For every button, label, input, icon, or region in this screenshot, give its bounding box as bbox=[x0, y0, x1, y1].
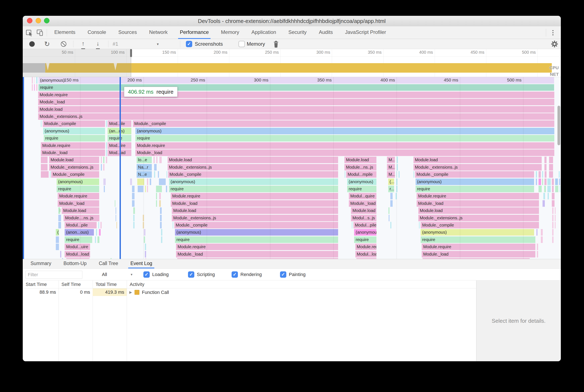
flame-bar[interactable] bbox=[549, 164, 553, 170]
flame-bar[interactable] bbox=[58, 222, 61, 228]
flame-bar-m[interactable]: M... bbox=[387, 171, 395, 178]
flame-bar[interactable] bbox=[547, 186, 551, 192]
flame-bar-require[interactable]: require bbox=[135, 135, 554, 142]
flame-bar-anonymous[interactable]: (anonymous) bbox=[169, 178, 338, 185]
flame-bar[interactable] bbox=[146, 258, 146, 259]
more-options-icon[interactable] bbox=[550, 29, 556, 36]
flame-bar-module-require[interactable]: Module.require bbox=[417, 193, 539, 199]
column-header-start-time[interactable]: Start Time bbox=[23, 280, 58, 288]
tab-network[interactable]: Network bbox=[147, 26, 169, 39]
flame-bar[interactable] bbox=[144, 236, 145, 243]
flame-bar[interactable] bbox=[352, 222, 352, 228]
flame-bar[interactable] bbox=[106, 120, 107, 127]
flame-bar[interactable] bbox=[130, 178, 132, 185]
flame-bar-module-require[interactable]: Module.require bbox=[41, 142, 105, 149]
flame-bar[interactable] bbox=[103, 157, 104, 163]
flame-bar[interactable] bbox=[106, 142, 107, 149]
flame-bar-module-load[interactable]: Module._load bbox=[58, 200, 99, 207]
flame-bar[interactable] bbox=[555, 207, 556, 214]
flame-bar[interactable] bbox=[116, 222, 117, 228]
flame-bar-module-require[interactable]: Module.require bbox=[355, 244, 376, 250]
painting-filter-checkbox[interactable]: ✓Painting bbox=[280, 269, 306, 280]
flame-bar-module-extensions-js[interactable]: Module._extensions..js bbox=[414, 164, 542, 170]
expand-arrow-icon[interactable]: ▶ bbox=[129, 289, 132, 296]
flame-bar[interactable] bbox=[552, 178, 554, 185]
flame-bar-module-require[interactable]: Module.require bbox=[176, 244, 338, 250]
flame-bar[interactable] bbox=[555, 178, 558, 185]
loading-filter-checkbox[interactable]: ✓Loading bbox=[143, 269, 169, 280]
column-header-activity[interactable]: Activity bbox=[127, 280, 476, 288]
flame-bar-module-compile[interactable]: Module._compile bbox=[415, 171, 534, 178]
flame-bar-[interactable]: (...) bbox=[388, 178, 394, 185]
flame-bar-l[interactable]: l... bbox=[58, 207, 60, 214]
panel-tab-summary[interactable]: Summary bbox=[28, 259, 53, 268]
flame-bar[interactable] bbox=[159, 200, 161, 207]
flame-bar-anonymous[interactable]: (anonymous) bbox=[416, 178, 534, 185]
flame-bar[interactable] bbox=[552, 200, 554, 207]
flame-bar[interactable] bbox=[390, 200, 393, 207]
flame-bar[interactable] bbox=[156, 186, 162, 192]
flame-bar[interactable] bbox=[552, 236, 554, 243]
flame-bar[interactable] bbox=[542, 200, 545, 207]
flame-bar-require[interactable]: require bbox=[65, 236, 92, 243]
flame-bar[interactable] bbox=[542, 171, 543, 178]
flame-bar[interactable] bbox=[552, 207, 554, 214]
flame-bar-module-extensions-js[interactable]: Module._extensions..js bbox=[418, 215, 539, 221]
flame-bar[interactable] bbox=[389, 215, 390, 221]
flame-bar[interactable] bbox=[536, 178, 537, 185]
flame-bar[interactable] bbox=[106, 157, 107, 163]
settings-gear-icon[interactable] bbox=[551, 39, 558, 49]
flame-bar[interactable] bbox=[154, 164, 157, 170]
flame-bar[interactable] bbox=[390, 193, 393, 199]
flame-bar[interactable] bbox=[147, 186, 148, 192]
flame-bar-module-load[interactable]: Module.load bbox=[177, 258, 338, 259]
flame-bar-module-load[interactable]: Module._load bbox=[422, 251, 535, 258]
flame-bar[interactable] bbox=[552, 193, 554, 199]
flame-bar[interactable] bbox=[559, 171, 560, 178]
device-toolbar-icon[interactable] bbox=[36, 29, 44, 36]
flame-bar[interactable] bbox=[101, 157, 102, 163]
flame-bar[interactable] bbox=[549, 171, 553, 178]
flame-bar[interactable] bbox=[137, 178, 144, 185]
flame-bar[interactable] bbox=[542, 178, 543, 185]
flame-bar[interactable] bbox=[103, 178, 106, 185]
flame-bar[interactable] bbox=[100, 222, 102, 228]
flame-bar-module-extensions-js[interactable]: Module._extensions..js bbox=[49, 164, 99, 170]
flame-bar[interactable] bbox=[160, 207, 162, 214]
flame-bar-module-load[interactable]: Module._load bbox=[135, 150, 554, 156]
flame-bar-module-load[interactable]: Module._load bbox=[176, 251, 338, 258]
flame-bar-module-load[interactable]: Module._load bbox=[41, 150, 105, 156]
flame-bar-module-load[interactable]: Module.load bbox=[414, 157, 542, 163]
flame-bar[interactable] bbox=[544, 157, 546, 163]
flame-bar[interactable] bbox=[145, 251, 146, 258]
flame-bar[interactable] bbox=[34, 77, 35, 84]
flame-bar[interactable] bbox=[132, 186, 134, 192]
flame-bar[interactable] bbox=[547, 178, 551, 185]
flame-bar-modul-s-js[interactable]: Modul...s..js bbox=[351, 215, 376, 221]
flame-bar-module-require[interactable]: Module.require bbox=[422, 244, 535, 250]
flame-bar[interactable] bbox=[95, 236, 96, 243]
save-profile-button[interactable]: ↓ bbox=[96, 39, 100, 49]
flame-bar[interactable] bbox=[62, 258, 63, 259]
flame-bar[interactable] bbox=[552, 215, 554, 221]
flame-bar[interactable] bbox=[538, 178, 541, 185]
flame-bar-require[interactable]: require bbox=[169, 186, 338, 192]
tab-security[interactable]: Security bbox=[287, 26, 308, 39]
flame-bar-anonymous[interactable]: (anonymous) bbox=[175, 229, 338, 236]
flame-bar[interactable] bbox=[541, 236, 542, 243]
flame-bar[interactable] bbox=[156, 193, 157, 199]
flame-bar-anon-ous[interactable]: (anon...ous) bbox=[65, 229, 94, 236]
flame-bar-require[interactable]: require bbox=[175, 236, 338, 243]
flame-bar[interactable] bbox=[555, 215, 556, 221]
flame-bar-module-load[interactable]: Module.load bbox=[66, 258, 90, 259]
flame-bar[interactable] bbox=[144, 229, 146, 236]
flame-bar[interactable] bbox=[159, 193, 161, 199]
flame-bar-module-load[interactable]: Module.load bbox=[344, 157, 376, 163]
tab-sources[interactable]: Sources bbox=[117, 26, 138, 39]
flame-bar-module-load[interactable]: Module.load bbox=[172, 207, 338, 214]
flame-bar[interactable] bbox=[536, 229, 538, 236]
flame-bar[interactable] bbox=[161, 236, 162, 243]
flame-bar-require[interactable]: require bbox=[347, 186, 376, 192]
flame-bar-require[interactable]: require bbox=[57, 186, 99, 192]
flame-bar[interactable] bbox=[132, 193, 134, 199]
